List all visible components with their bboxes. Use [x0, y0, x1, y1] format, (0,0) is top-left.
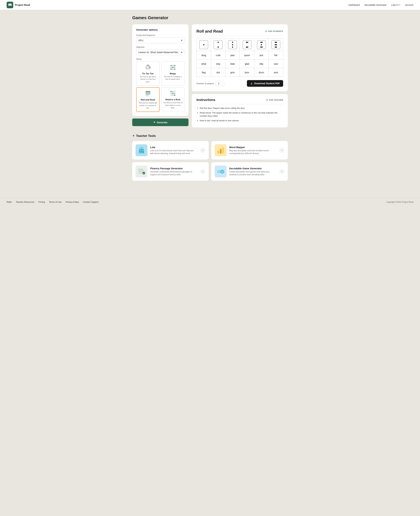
nav-dashboard[interactable]: Dashboard — [349, 4, 360, 6]
nav-decodable-generator[interactable]: Decodable Generator — [364, 4, 387, 6]
players-field: Number of players — [196, 81, 224, 86]
svg-point-11 — [174, 65, 175, 66]
instructions-list: Roll the dice: Players take turns rollin… — [196, 107, 283, 122]
tic-tac-toe-desc: The first to get three words in a line f… — [138, 75, 158, 83]
tool-arrow-lola[interactable]: → — [200, 148, 205, 153]
bingo-desc: The first to complete a line of words wi… — [163, 75, 183, 81]
footer: ReferTeacher ResourcesPricingTerms of Us… — [0, 197, 420, 207]
scope-label: Scope and Sequence — [136, 34, 185, 37]
word-cell-2-2: grim — [225, 68, 240, 77]
read-in-a-row-desc: The first to cover four of their chips i… — [163, 101, 183, 109]
svg-rect-45 — [138, 169, 143, 170]
word-cell-1-5: vast — [269, 60, 283, 68]
tool-icon-decodable-game — [215, 165, 226, 177]
instructions-title: Instructions — [196, 98, 215, 102]
tool-card-word-mapper[interactable]: Word MapperMap any decodable word into i… — [211, 141, 288, 159]
dice-table: dragcrabplanquestjestfeltwhatslopblabgla… — [196, 38, 283, 77]
svg-point-8 — [150, 67, 150, 68]
logo[interactable]: 📖 Project Read — [7, 2, 30, 8]
tool-icon-fluency-passage — [135, 165, 147, 177]
tool-card-decodable-game[interactable]: Decodable Game GeneratorCreate decodable… — [211, 162, 288, 181]
left-panel: Generator options Scope and Sequence UFL… — [132, 24, 188, 126]
word-cell-0-2: plan — [225, 51, 240, 60]
generate-button[interactable]: ✦ Generate — [132, 119, 188, 126]
tool-info-fluency-passage: Fluency Passage GeneratorGenerate custom… — [150, 167, 197, 176]
svg-point-9 — [171, 65, 172, 66]
svg-text:×: × — [146, 67, 146, 68]
game-footer: Number of players Download Student PDF — [196, 80, 283, 87]
svg-rect-50 — [217, 170, 220, 173]
svg-point-16 — [172, 68, 173, 70]
dice-cell-4 — [240, 38, 254, 51]
for-teacher-label: FOR TEACHER — [269, 99, 283, 101]
objective-select[interactable]: Lesson 41: Short Vowel Advanced Review — [136, 49, 185, 55]
objective-label: Objective — [136, 46, 185, 48]
nav-account[interactable]: Account — [405, 4, 413, 6]
tool-card-lola[interactable]: ✦ ✦ LolaLola is an AI instructional coac… — [132, 141, 209, 159]
game-card-roll-and-read[interactable]: Roll and Read Roll and try reading all w… — [136, 87, 159, 112]
svg-point-32 — [267, 99, 268, 100]
instruction-item-1: Read Aloud: The player reads the words o… — [200, 111, 283, 118]
footer-link-teacher-resources[interactable]: Teacher Resources — [16, 201, 34, 203]
svg-point-38 — [140, 149, 141, 150]
svg-point-51 — [220, 170, 224, 174]
word-cell-2-3: brim — [240, 68, 254, 77]
footer-link-refer[interactable]: Refer — [7, 201, 12, 203]
dice-cell-3 — [225, 38, 240, 51]
game-card-read-in-a-row[interactable]: Read in a Row The first to cover four of… — [161, 87, 185, 112]
tool-arrow-decodable-game[interactable]: → — [279, 169, 285, 174]
players-input[interactable] — [216, 81, 224, 86]
footer-link-privacy[interactable]: Privacy Policy — [66, 201, 79, 203]
header: 📖 Project Read Dashboard Decodable Gener… — [0, 0, 420, 10]
svg-point-17 — [174, 68, 175, 70]
teacher-tools-title: ✦ Teacher Tools — [132, 134, 288, 138]
players-label: Number of players — [196, 82, 214, 85]
game-divider — [196, 36, 283, 36]
word-cell-1-1: slop — [211, 60, 225, 68]
tool-arrow-fluency-passage[interactable]: → — [200, 169, 205, 174]
bingo-icon — [169, 64, 177, 71]
svg-point-31 — [266, 30, 266, 31]
footer-link-pricing[interactable]: Pricing — [38, 201, 45, 203]
tic-tac-toe-name: Tic Tac Toe — [138, 72, 158, 75]
game-label: Game — [136, 58, 185, 60]
svg-rect-44 — [222, 147, 224, 154]
svg-point-52 — [221, 171, 222, 172]
svg-point-27 — [174, 93, 175, 94]
svg-point-30 — [174, 95, 175, 96]
tool-name-word-mapper: Word Mapper — [229, 146, 277, 149]
scope-select[interactable]: UFLI — [136, 37, 185, 43]
tool-arrow-word-mapper[interactable]: → — [279, 148, 285, 153]
lola-beta-tag: BETA — [396, 4, 400, 6]
dice-cell-6 — [269, 38, 283, 51]
game-card-bingo[interactable]: Bingo The first to complete a line of wo… — [161, 61, 185, 86]
svg-point-14 — [174, 67, 175, 68]
game-grid: × Tic Tac Toe The first to get three wor… — [136, 61, 185, 112]
generate-icon: ✦ — [153, 121, 155, 124]
svg-text:✦ ✦: ✦ ✦ — [139, 152, 142, 153]
svg-text:📖: 📖 — [8, 3, 12, 7]
footer-link-terms[interactable]: Terms of Use — [49, 201, 62, 203]
svg-point-6 — [147, 65, 148, 66]
teacher-icon — [266, 99, 268, 101]
footer-link-contact[interactable]: Contact Support — [83, 201, 98, 203]
for-teacher-badge: FOR TEACHER — [266, 99, 283, 101]
download-button[interactable]: Download Student PDF — [247, 80, 283, 87]
page-title: Games Generator — [132, 15, 288, 20]
game-card-tic-tac-toe[interactable]: × Tic Tac Toe The first to get three wor… — [136, 61, 159, 86]
read-in-a-row-icon — [169, 90, 177, 97]
download-icon — [250, 82, 253, 85]
for-students-badge: FOR STUDENTS — [265, 30, 283, 32]
tool-card-fluency-passage[interactable]: Fluency Passage GeneratorGenerate custom… — [132, 162, 209, 181]
svg-point-40 — [143, 149, 143, 150]
tool-icon-lola: ✦ ✦ — [135, 144, 147, 156]
tool-icon-word-mapper — [215, 144, 226, 156]
word-cell-2-0: flag — [197, 68, 211, 77]
content-layout: Generator options Scope and Sequence UFL… — [132, 24, 288, 127]
teacher-tools-section: ✦ Teacher Tools ✦ ✦ LolaLola is an AI in… — [132, 134, 288, 181]
svg-rect-19 — [145, 93, 150, 94]
nav-lola[interactable]: Lola BETA — [391, 4, 400, 6]
svg-point-25 — [171, 93, 172, 94]
game-display-header: Roll and Read FOR STUDENTS — [196, 29, 283, 34]
tool-info-word-mapper: Word MapperMap any decodable word into i… — [229, 146, 277, 155]
